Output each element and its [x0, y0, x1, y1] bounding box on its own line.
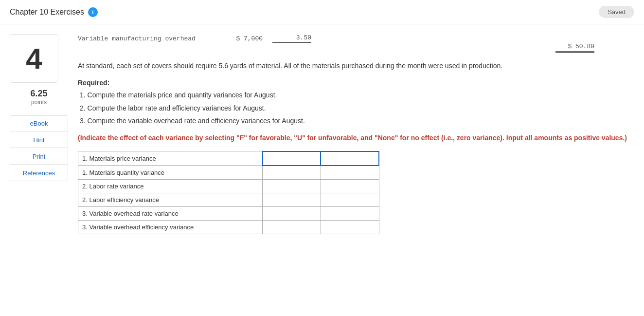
- effect-field[interactable]: [321, 152, 378, 165]
- table-row: 1. Materials quantity variance: [78, 166, 379, 180]
- sidebar-link-references[interactable]: References: [10, 166, 68, 181]
- amount-field[interactable]: [263, 152, 321, 165]
- effect-field[interactable]: [321, 193, 379, 206]
- variance-effect-input[interactable]: [321, 193, 379, 206]
- amount-field[interactable]: [263, 207, 321, 220]
- effect-field[interactable]: [321, 207, 379, 220]
- overhead-total-row: $ 50.80: [78, 43, 634, 53]
- required-label: Required:: [78, 79, 634, 87]
- variance-label: 2. Labor rate variance: [78, 179, 263, 193]
- overhead-total: $ 50.80: [555, 43, 594, 53]
- variance-amount-input[interactable]: [263, 206, 321, 220]
- variance-effect-input[interactable]: [321, 206, 379, 220]
- variance-amount-input[interactable]: [263, 179, 321, 193]
- variance-amount-input[interactable]: [263, 220, 321, 234]
- question-number: 4: [26, 42, 42, 75]
- variance-label: 2. Labor efficiency variance: [78, 193, 263, 206]
- overhead-amount: $ 7,000: [224, 35, 263, 42]
- points-label: points: [10, 99, 68, 106]
- variance-effect-input[interactable]: [321, 220, 379, 234]
- info-icon[interactable]: i: [88, 7, 98, 17]
- content-area: Variable manufacturing overhead $ 7,000 …: [78, 34, 634, 234]
- variance-effect-input[interactable]: [321, 151, 379, 166]
- instruction-text: (Indicate the effect of each variance by…: [78, 132, 634, 143]
- points-value: 6.25: [10, 89, 68, 99]
- required-item-2: 2. Compute the labor rate and efficiency…: [80, 103, 634, 113]
- overhead-row: Variable manufacturing overhead $ 7,000 …: [78, 34, 634, 43]
- sidebar: 4 6.25 points eBook Hint Print Reference…: [10, 34, 68, 234]
- amount-field[interactable]: [263, 166, 321, 179]
- page-header: Chapter 10 Exercises i Saved: [0, 0, 644, 24]
- sidebar-link-hint[interactable]: Hint: [10, 132, 68, 148]
- overhead-rate: 3.50: [272, 34, 311, 43]
- variance-effect-input[interactable]: [321, 166, 379, 180]
- variance-effect-input[interactable]: [321, 179, 379, 193]
- description-text: At standard, each set of covers should r…: [78, 60, 634, 71]
- table-row: 2. Labor rate variance: [78, 179, 379, 193]
- table-row: 3. Variable overhead efficiency variance: [78, 220, 379, 234]
- sidebar-link-ebook[interactable]: eBook: [10, 116, 68, 131]
- variance-label: 3. Variable overhead efficiency variance: [78, 220, 263, 234]
- variance-label: 1. Materials price variance: [78, 151, 263, 166]
- table-row: 2. Labor efficiency variance: [78, 193, 379, 206]
- sidebar-link-print[interactable]: Print: [10, 149, 68, 165]
- main-layout: 4 6.25 points eBook Hint Print Reference…: [0, 24, 644, 244]
- amount-field[interactable]: [263, 180, 321, 193]
- saved-badge: Saved: [599, 6, 634, 18]
- table-row: 1. Materials price variance: [78, 151, 379, 166]
- table-row: 3. Variable overhead rate variance: [78, 206, 379, 220]
- required-item-1: 1. Compute the materials price and quant…: [80, 90, 634, 100]
- amount-field[interactable]: [263, 221, 321, 234]
- variance-label: 1. Materials quantity variance: [78, 166, 263, 180]
- overhead-table: Variable manufacturing overhead $ 7,000 …: [78, 34, 634, 53]
- question-number-box: 4: [10, 34, 58, 83]
- amount-field[interactable]: [263, 193, 321, 206]
- variance-amount-input[interactable]: [263, 193, 321, 206]
- header-left: Chapter 10 Exercises i: [10, 7, 98, 17]
- required-item-3: 3. Compute the variable overhead rate an…: [80, 115, 634, 126]
- variance-table: 1. Materials price variance1. Materials …: [78, 151, 379, 234]
- effect-field[interactable]: [321, 180, 379, 193]
- variance-amount-input[interactable]: [263, 151, 321, 166]
- sidebar-links: eBook Hint Print References: [10, 115, 68, 181]
- variance-amount-input[interactable]: [263, 166, 321, 180]
- effect-field[interactable]: [321, 166, 379, 179]
- effect-field[interactable]: [321, 221, 379, 234]
- required-section: Required: 1. Compute the materials price…: [78, 79, 634, 126]
- overhead-label: Variable manufacturing overhead: [78, 35, 214, 42]
- variance-label: 3. Variable overhead rate variance: [78, 206, 263, 220]
- page-title: Chapter 10 Exercises: [10, 8, 84, 17]
